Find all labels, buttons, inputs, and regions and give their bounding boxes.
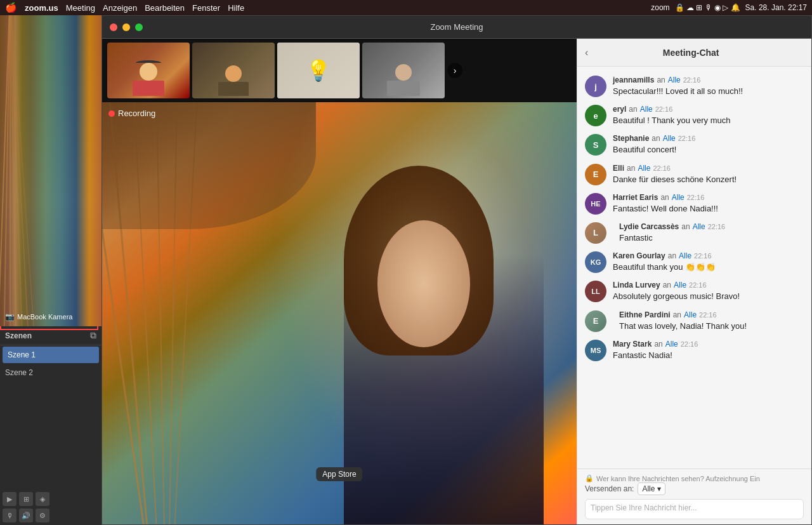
- chat-message-5: HE Harriet Earis an Alle 22:16 Fantastic…: [577, 189, 811, 218]
- lock-icon: 🔒: [585, 474, 594, 482]
- meeting-menu[interactable]: Meeting: [66, 3, 95, 13]
- msg-time-5: 22:16: [687, 194, 705, 201]
- sidebar-bottom-icons: ▶ ⊞ ◈ 🎙 🔊 ⚙: [0, 489, 102, 525]
- window-controls: [110, 23, 143, 31]
- msg-sender-2: eryl: [613, 105, 626, 114]
- bearbeiten-menu[interactable]: Bearbeiten: [145, 3, 185, 13]
- msg-to-link-7[interactable]: Alle: [679, 251, 691, 260]
- msg-to-link-1[interactable]: Alle: [668, 76, 681, 84]
- msg-text-2: Beautiful ! Thank you very much: [613, 115, 804, 126]
- avatar-stephanie: S: [585, 134, 606, 156]
- apple-menu[interactable]: 🍎: [5, 2, 17, 13]
- msg-to-link-10[interactable]: Alle: [665, 340, 678, 349]
- chat-messages[interactable]: j jeannamills an Alle 22:16 Spectacular!…: [577, 67, 811, 469]
- chat-footer-top: Versenden an: Alle ▾: [585, 482, 804, 495]
- left-sidebar: 📷 MacBook Kamera Szenen ⧉ Szene 1 Szene …: [0, 15, 102, 525]
- camera-icon: 📷: [5, 312, 15, 321]
- msg-to-7: an: [668, 251, 676, 260]
- privacy-note: 🔒 Wer kann Ihre Nachrichten sehen? Aufze…: [585, 474, 804, 482]
- sidebar-icon-1[interactable]: ▶: [3, 492, 16, 506]
- avatar-harriet: HE: [585, 193, 606, 215]
- participant-strip: 💡 ›: [102, 39, 577, 102]
- msg-to-3: an: [652, 134, 660, 143]
- main-video: Recording App Store: [102, 102, 577, 524]
- msg-to-link-4[interactable]: Alle: [638, 164, 650, 173]
- fenster-menu[interactable]: Fenster: [192, 3, 220, 13]
- sidebar-icon-4[interactable]: 🎙: [3, 508, 16, 522]
- msg-text-7: Beautiful thank you 👏👏👏: [613, 262, 804, 273]
- chat-title: Meeting-Chat: [663, 48, 719, 58]
- msg-time-9: 22:16: [699, 311, 717, 319]
- avatar-linda: LL: [585, 281, 606, 302]
- msg-text-4: Danke für dieses schöne Konzert!: [613, 174, 804, 185]
- msg-sender-6: Lydie Carcassès: [619, 222, 679, 231]
- close-button[interactable]: [110, 23, 117, 31]
- msg-to-4: an: [627, 164, 635, 173]
- msg-time-8: 22:16: [689, 281, 707, 289]
- msg-sender-5: Harriet Earis: [613, 193, 658, 202]
- msg-time-1: 22:16: [683, 76, 701, 84]
- chat-collapse-button[interactable]: ‹: [585, 47, 588, 58]
- msg-text-3: Beautiful concert!: [613, 144, 804, 156]
- chat-message-10: MS Mary Stark an Alle 22:16 Fantastic Na…: [577, 336, 811, 365]
- avatar-elli: E: [585, 164, 606, 185]
- maximize-button[interactable]: [135, 23, 143, 31]
- participant-thumb-4: [362, 43, 445, 98]
- sidebar-icon-5[interactable]: 🔊: [19, 508, 33, 522]
- datetime: Sa. 28. Jan. 22:17: [745, 3, 807, 12]
- chat-to-value: Alle: [642, 484, 655, 493]
- avatar-eryl: e: [585, 105, 606, 126]
- sidebar-icon-2[interactable]: ⊞: [19, 492, 33, 506]
- anzeigen-menu[interactable]: Anzeigen: [103, 3, 137, 13]
- msg-text-5: Fantastic! Well done Nadia!!!: [613, 203, 804, 215]
- harpist-video: [244, 102, 577, 524]
- app-name-menu[interactable]: zoom.us: [25, 3, 58, 13]
- msg-time-7: 22:16: [694, 252, 712, 260]
- msg-to-link-6[interactable]: Alle: [693, 222, 705, 231]
- sidebar-icon-3[interactable]: ◈: [36, 492, 49, 506]
- scene-item-1[interactable]: Szene 1: [3, 347, 99, 363]
- chat-message-6: L Lydie Carcassès an Alle 22:16 Fantasti…: [577, 218, 811, 248]
- msg-text-1: Spectacular!!! Loved it all so much!!: [613, 86, 804, 97]
- chat-message-3: S Stephanie an Alle 22:16 Beautiful conc…: [577, 130, 811, 159]
- camera-label: 📷 MacBook Kamera: [5, 312, 72, 321]
- msg-time-3: 22:16: [678, 135, 696, 142]
- msg-sender-4: Elli: [613, 164, 624, 173]
- zoom-titlebar: Zoom Meeting: [102, 16, 811, 39]
- msg-to-5: an: [660, 193, 669, 202]
- participant-thumb-3: 💡: [277, 43, 360, 98]
- msg-sender-8: Linda Lurvey: [613, 281, 660, 289]
- chevron-down-icon: ▾: [657, 484, 661, 493]
- recording-dot: [108, 110, 115, 117]
- msg-time-2: 22:16: [655, 105, 673, 113]
- scenes-copy-icon[interactable]: ⧉: [90, 330, 96, 341]
- msg-text-9: That was lovely, Nadia! Thank you!: [619, 321, 804, 332]
- send-to-label: Versenden an:: [585, 484, 634, 493]
- msg-to-link-2[interactable]: Alle: [640, 105, 653, 114]
- chat-input[interactable]: Tippen Sie Ihre Nachricht hier...: [585, 499, 804, 519]
- msg-sender-10: Mary Stark: [613, 340, 652, 349]
- zoom-menubar-icon: zoom: [651, 3, 669, 12]
- chat-message-7: KG Karen Gourlay an Alle 22:16 Beautiful…: [577, 248, 811, 277]
- msg-time-10: 22:16: [681, 340, 698, 348]
- msg-sender-1: jeannamills: [613, 76, 654, 84]
- sidebar-icon-6[interactable]: ⚙: [36, 508, 49, 522]
- chat-to-select[interactable]: Alle ▾: [638, 482, 665, 495]
- msg-to-2: an: [629, 105, 637, 114]
- msg-to-link-9[interactable]: Alle: [684, 310, 697, 319]
- msg-to-link-8[interactable]: Alle: [674, 281, 686, 289]
- zoom-window: Zoom Meeting: [102, 15, 812, 525]
- hilfe-menu[interactable]: Hilfe: [228, 3, 244, 13]
- chat-message-2: e eryl an Alle 22:16 Beautiful ! Thank y…: [577, 101, 811, 130]
- participant-strip-next[interactable]: ›: [447, 63, 462, 78]
- msg-to-link-3[interactable]: Alle: [663, 134, 676, 143]
- avatar-karen: KG: [585, 251, 606, 273]
- minimize-button[interactable]: [122, 23, 130, 31]
- scenes-panel: Szenen ⧉ Szene 1 Szene 2: [0, 326, 102, 489]
- status-icons: 🔒 ☁ ⊞ 🎙 ◉ ▷ 🔔: [675, 3, 740, 12]
- chat-footer: 🔒 Wer kann Ihre Nachrichten sehen? Aufze…: [577, 469, 811, 524]
- msg-text-10: Fantastic Nadia!: [613, 350, 804, 361]
- scene-item-2[interactable]: Szene 2: [0, 364, 102, 381]
- msg-to-link-5[interactable]: Alle: [672, 193, 684, 202]
- scenes-title: Szenen: [5, 331, 32, 340]
